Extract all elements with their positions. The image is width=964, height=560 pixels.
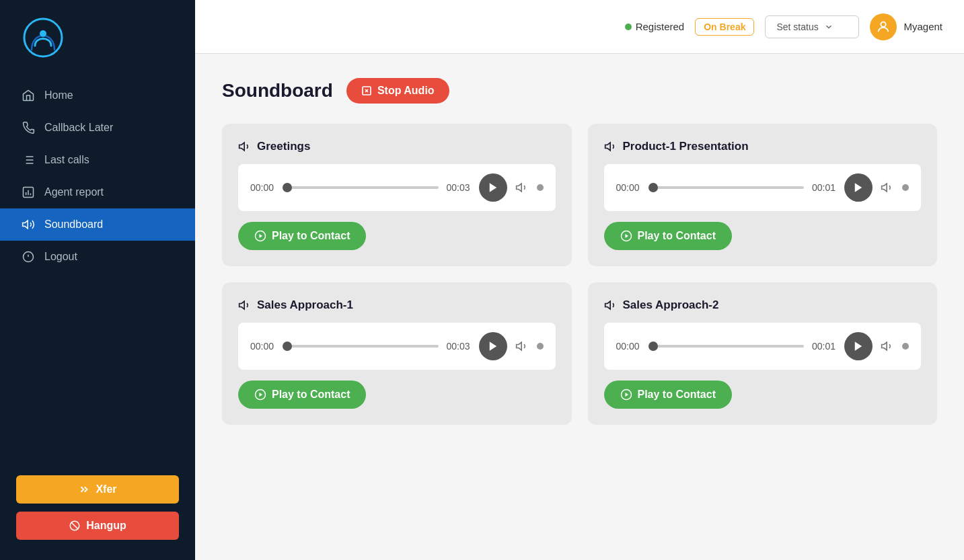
svg-marker-31 <box>489 342 496 351</box>
svg-marker-36 <box>855 342 862 351</box>
time-current-product1: 00:00 <box>616 182 640 193</box>
xfer-button[interactable]: Xfer <box>16 475 179 504</box>
home-icon <box>22 89 35 102</box>
play-icon <box>487 340 499 352</box>
agent-area: Myagent <box>870 13 942 40</box>
logout-icon <box>22 250 35 264</box>
sidebar-item-agent-report[interactable]: Agent report <box>0 176 195 208</box>
progress-thumb <box>283 183 292 192</box>
svg-marker-12 <box>23 221 28 229</box>
play-button-greetings[interactable] <box>479 173 507 202</box>
speaker-icon <box>604 298 618 312</box>
card-title-product1: Product-1 Presentation <box>604 140 922 153</box>
agent-name: Myagent <box>903 21 942 32</box>
sidebar-item-logout-label: Logout <box>44 251 77 263</box>
svg-marker-21 <box>489 183 496 192</box>
stop-icon <box>361 85 372 96</box>
play-contact-icon <box>254 389 266 401</box>
audio-player-product1: 00:00 00:01 <box>604 164 922 211</box>
speaker-icon <box>604 140 618 153</box>
status-area: Registered <box>625 21 685 32</box>
play-contact-icon <box>254 230 266 242</box>
play-icon <box>852 182 864 194</box>
progress-thumb <box>648 342 658 351</box>
sidebar-item-agent-report-label: Agent report <box>44 186 104 198</box>
sidebar-nav: Home Callback Later Last calls Agent rep… <box>0 73 195 462</box>
volume-slider-sales2[interactable] <box>902 343 909 350</box>
svg-marker-35 <box>605 301 610 309</box>
time-total-greetings: 00:03 <box>447 182 471 193</box>
card-title-sales1: Sales Approach-1 <box>238 298 556 312</box>
svg-marker-24 <box>260 234 263 238</box>
page-title: Soundboard <box>222 80 333 102</box>
header: Registered On Break Set status Myagent <box>195 0 964 54</box>
set-status-dropdown[interactable]: Set status <box>765 15 859 38</box>
volume-icon-greetings <box>515 181 529 194</box>
play-contact-icon <box>620 389 632 401</box>
play-to-contact-greetings[interactable]: Play to Contact <box>238 222 366 250</box>
soundboard-icon <box>22 218 35 231</box>
svg-point-1 <box>40 30 46 37</box>
progress-bar-greetings[interactable] <box>283 186 439 189</box>
user-icon <box>876 19 891 34</box>
volume-slider-greetings[interactable] <box>537 184 544 191</box>
sidebar-item-soundboard[interactable]: Soundboard <box>0 208 195 241</box>
svg-marker-34 <box>260 393 263 397</box>
progress-bar-product1[interactable] <box>648 186 805 189</box>
sound-card-sales1: Sales Approach-1 00:00 00:03 <box>222 282 572 425</box>
hangup-button[interactable]: Hangup <box>16 512 179 540</box>
play-contact-icon <box>620 230 632 242</box>
time-current-greetings: 00:00 <box>250 182 274 193</box>
sidebar-item-callback-later[interactable]: Callback Later <box>0 112 195 144</box>
card-title-greetings: Greetings <box>238 140 556 153</box>
sidebar-item-callback-label: Callback Later <box>44 122 113 134</box>
play-button-sales2[interactable] <box>844 332 873 360</box>
stop-audio-button[interactable]: Stop Audio <box>346 78 449 104</box>
time-current-sales2: 00:00 <box>616 341 640 352</box>
play-icon <box>852 340 864 352</box>
audio-player-greetings: 00:00 00:03 <box>238 164 556 211</box>
play-to-contact-product1[interactable]: Play to Contact <box>604 222 732 250</box>
volume-slider-product1[interactable] <box>902 184 909 191</box>
volume-icon-sales2 <box>881 339 894 353</box>
sidebar-item-soundboard-label: Soundboard <box>44 218 103 231</box>
sidebar-item-logout[interactable]: Logout <box>0 241 195 273</box>
main-area: Registered On Break Set status Myagent S… <box>195 0 964 560</box>
app-logo <box>22 16 65 59</box>
play-button-product1[interactable] <box>844 173 873 202</box>
svg-marker-27 <box>882 184 887 192</box>
svg-marker-39 <box>625 393 628 397</box>
callback-icon <box>22 121 35 134</box>
svg-marker-22 <box>516 184 521 192</box>
svg-marker-29 <box>625 234 628 238</box>
progress-bar-sales1[interactable] <box>283 345 439 348</box>
hangup-icon <box>69 520 81 532</box>
status-label: Registered <box>636 21 685 32</box>
card-title-sales2: Sales Approach-2 <box>604 298 922 312</box>
play-to-contact-sales2[interactable]: Play to Contact <box>604 381 732 409</box>
sound-card-greetings: Greetings 00:00 00:03 <box>222 124 572 266</box>
avatar <box>870 13 897 40</box>
svg-marker-26 <box>855 183 862 192</box>
svg-marker-37 <box>882 342 887 350</box>
play-icon <box>487 182 499 194</box>
sidebar-bottom: Xfer Hangup <box>0 462 195 560</box>
play-to-contact-sales1[interactable]: Play to Contact <box>238 381 366 409</box>
svg-point-16 <box>881 22 886 26</box>
svg-line-15 <box>71 522 79 530</box>
audio-player-sales2: 00:00 00:01 <box>604 323 922 370</box>
play-button-sales1[interactable] <box>479 332 507 360</box>
sidebar: Home Callback Later Last calls Agent rep… <box>0 0 195 560</box>
on-break-badge: On Break <box>695 18 754 36</box>
time-total-sales2: 00:01 <box>812 341 836 352</box>
sound-card-product1: Product-1 Presentation 00:00 00:01 <box>588 124 938 266</box>
sound-card-sales2: Sales Approach-2 00:00 00:01 <box>588 282 938 425</box>
speaker-icon <box>238 140 252 153</box>
volume-slider-sales1[interactable] <box>537 343 544 350</box>
xfer-icon <box>78 483 90 495</box>
sidebar-item-home-label: Home <box>44 89 73 102</box>
sidebar-item-last-calls[interactable]: Last calls <box>0 144 195 176</box>
svg-marker-32 <box>516 342 521 350</box>
progress-bar-sales2[interactable] <box>648 345 805 348</box>
sidebar-item-home[interactable]: Home <box>0 79 195 112</box>
